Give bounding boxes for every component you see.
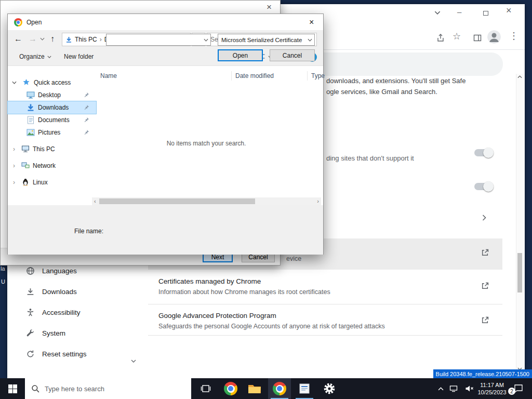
sidebar-item-downloads[interactable]: Downloads xyxy=(8,101,96,114)
tray-network-icon[interactable] xyxy=(447,378,460,399)
menu-scroll-down-icon[interactable] xyxy=(131,360,136,363)
cancel-button[interactable]: Cancel xyxy=(270,49,315,61)
taskbar-file-explorer-icon[interactable] xyxy=(243,378,266,399)
sidebar-item-this-pc[interactable]: › This PC xyxy=(8,143,96,155)
expand-chevron-icon[interactable]: › xyxy=(13,162,15,169)
sidebar-item-linux[interactable]: › Linux xyxy=(8,176,96,189)
clock-date: 10/25/2023 xyxy=(475,389,509,396)
tray-show-hidden-icons-chevron[interactable] xyxy=(435,378,446,399)
build-watermark: Build 20348.fe_release.210507-1500 xyxy=(433,369,532,378)
sidebar-label: Desktop xyxy=(38,91,61,99)
desktop-text-fragment: U xyxy=(1,278,5,285)
row-subtitle: Safeguards the personal Google Accounts … xyxy=(158,323,385,330)
menu-label: System xyxy=(42,329,65,337)
column-divider[interactable] xyxy=(307,71,308,81)
expand-row-chevron-icon[interactable] xyxy=(482,215,486,221)
search-icon xyxy=(31,384,39,393)
start-button[interactable] xyxy=(0,378,25,399)
taskbar-chrome-active-icon[interactable] xyxy=(268,378,291,399)
dialog-titlebar[interactable]: Open × xyxy=(8,14,323,30)
sidebar-label: Pictures xyxy=(38,129,60,136)
close-button[interactable]: × xyxy=(309,18,314,27)
sidebar-item-documents[interactable]: Documents xyxy=(8,114,96,126)
tray-volume-muted-icon[interactable] xyxy=(462,378,476,399)
up-button[interactable]: ↑ xyxy=(50,34,55,44)
new-folder-button[interactable]: New folder xyxy=(64,53,94,60)
pin-icon xyxy=(84,92,89,98)
new-folder-label: New folder xyxy=(64,53,94,60)
accessibility-icon xyxy=(26,308,35,317)
forward-button[interactable]: → xyxy=(29,34,37,44)
bookmark-star-icon[interactable]: ☆ xyxy=(453,31,461,42)
quick-access-star-icon xyxy=(22,78,30,86)
close-button[interactable]: × xyxy=(267,2,272,12)
side-panel-icon[interactable] xyxy=(473,34,482,42)
profile-avatar[interactable] xyxy=(487,30,501,44)
scroll-left-arrow[interactable]: ‹ xyxy=(94,198,96,204)
settings-menu-system[interactable]: System xyxy=(7,323,147,343)
column-header-type[interactable]: Type xyxy=(311,72,325,79)
documents-icon xyxy=(27,116,34,124)
sidebar-quick-access[interactable]: Quick access xyxy=(8,76,96,89)
taskbar-chrome-icon[interactable] xyxy=(219,378,242,399)
organize-button[interactable]: Organize xyxy=(19,53,51,60)
column-divider[interactable] xyxy=(231,71,232,81)
scrollbar-thumb[interactable] xyxy=(517,253,522,292)
sidebar-label: This PC xyxy=(33,145,55,153)
collapse-chevron-icon[interactable] xyxy=(12,81,17,84)
sidebar-item-network[interactable]: › Network xyxy=(8,159,96,172)
desktop: la U – × ☆ ⋮ downloads, and extensions. … xyxy=(0,0,532,399)
column-header-name[interactable]: Name xyxy=(100,72,117,79)
menu-label: Downloads xyxy=(42,288,77,296)
expand-chevron-icon[interactable]: › xyxy=(13,145,15,153)
horizontal-scrollbar[interactable]: ‹ › xyxy=(92,197,321,205)
close-button[interactable]: × xyxy=(506,6,512,15)
settings-menu-accessibility[interactable]: Accessibility xyxy=(7,302,147,323)
file-name-input[interactable] xyxy=(109,35,202,45)
minimize-button[interactable]: – xyxy=(457,8,461,16)
dropdown-chevron-icon xyxy=(308,38,312,42)
browser-menu-kebab-icon[interactable]: ⋮ xyxy=(509,30,518,42)
back-button[interactable]: ← xyxy=(14,34,22,44)
divider xyxy=(148,335,502,336)
pin-icon xyxy=(84,117,89,123)
task-view-button[interactable] xyxy=(194,378,217,399)
combobox-chevron-icon[interactable] xyxy=(204,38,208,42)
scrollbar-thumb[interactable] xyxy=(99,198,255,204)
maximize-button[interactable] xyxy=(483,11,488,16)
share-icon[interactable] xyxy=(436,34,445,42)
file-type-dropdown[interactable]: Microsoft Serialized Certificate xyxy=(218,34,315,46)
column-header-date-modified[interactable]: Date modified xyxy=(235,72,274,79)
open-button[interactable]: Open xyxy=(218,49,263,61)
recent-locations-chevron-icon[interactable] xyxy=(40,37,45,41)
notification-count-badge: 2 xyxy=(508,388,515,395)
tab-search-chevron-icon[interactable] xyxy=(434,11,441,15)
sidebar-label: Quick access xyxy=(34,79,71,86)
file-name-combobox[interactable] xyxy=(106,34,211,46)
device-certificates-text-fragment: evice xyxy=(286,255,301,262)
dialog-title: Open xyxy=(26,19,42,26)
chrome-logo-icon xyxy=(14,18,22,26)
scroll-right-arrow[interactable]: › xyxy=(317,198,319,204)
expand-chevron-icon[interactable]: › xyxy=(13,179,15,186)
taskbar-clock[interactable]: 11:17 AM 10/25/2023 xyxy=(475,381,509,396)
sidebar-label: Downloads xyxy=(38,104,69,111)
empty-folder-message: No items match your search. xyxy=(96,140,316,147)
open-file-dialog: Open × ← → ↑ This PC › Downloads ↻ xyxy=(7,14,324,255)
breadcrumb-root[interactable]: This PC xyxy=(75,36,97,43)
wrench-icon xyxy=(26,329,35,338)
toggle-switch[interactable] xyxy=(474,149,492,156)
page-scrollbar[interactable] xyxy=(516,74,523,372)
sidebar-item-desktop[interactable]: Desktop xyxy=(8,89,96,101)
clock-time: 11:17 AM xyxy=(475,381,509,389)
row-title: Google Advanced Protection Program xyxy=(158,312,276,320)
taskbar-search-box[interactable]: Type here to search xyxy=(25,378,191,399)
taskbar-wizard-app-icon[interactable] xyxy=(293,378,316,399)
settings-menu-downloads[interactable]: Downloads xyxy=(7,281,147,302)
toggle-switch[interactable] xyxy=(474,183,492,190)
file-name-label: File name: xyxy=(58,228,103,235)
settings-menu-reset[interactable]: Reset settings xyxy=(7,343,147,364)
sidebar-item-pictures[interactable]: Pictures xyxy=(8,126,96,139)
taskbar-settings-gear-icon[interactable] xyxy=(318,378,341,399)
sidebar-label: Network xyxy=(33,162,56,169)
